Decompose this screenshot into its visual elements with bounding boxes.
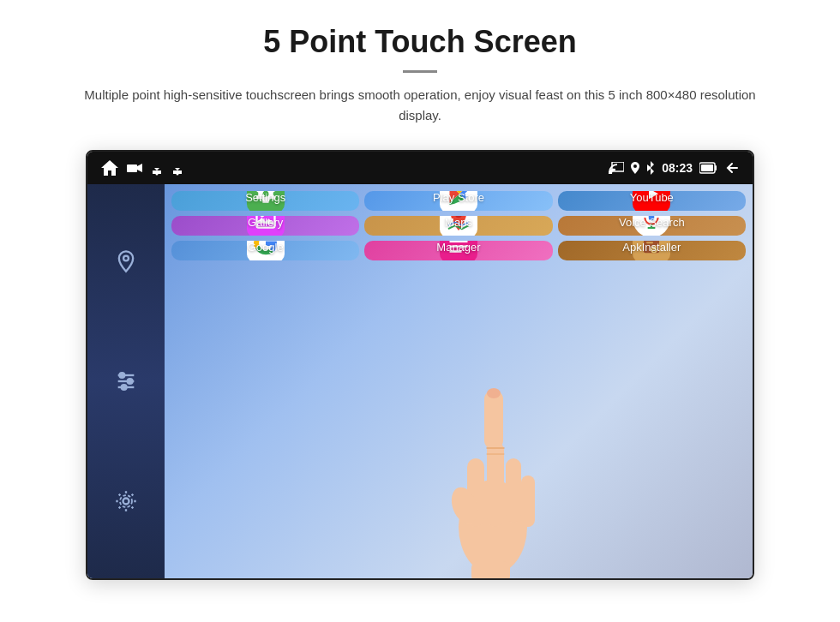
- page-subtitle: Multiple point high-sensitive touchscree…: [69, 85, 771, 126]
- svg-rect-30: [487, 441, 504, 527]
- svg-point-35: [447, 484, 482, 528]
- home-icon: [101, 160, 118, 176]
- svg-rect-32: [521, 475, 535, 527]
- app-grid: Settings Play St: [165, 184, 753, 267]
- google-label: Google: [248, 241, 284, 254]
- svg-point-13: [122, 385, 127, 390]
- usb-icon-1: [151, 160, 163, 176]
- svg-point-7: [123, 256, 129, 261]
- clock-time: 08:23: [662, 161, 693, 175]
- svg-rect-38: [471, 561, 510, 578]
- app-tile-voice-search[interactable]: Voice Search: [558, 216, 746, 236]
- svg-point-11: [119, 373, 124, 378]
- sidebar-item-sliders[interactable]: [109, 364, 143, 398]
- svg-point-1: [156, 173, 159, 176]
- app-tile-gallery[interactable]: Gallery: [171, 216, 359, 236]
- bluetooth-icon: [646, 161, 655, 175]
- youtube-label: YouTube: [630, 191, 674, 204]
- svg-point-15: [120, 495, 132, 507]
- app-tile-youtube[interactable]: YouTube: [558, 191, 746, 211]
- svg-rect-29: [467, 458, 484, 527]
- app-tile-manager[interactable]: Manager: [364, 241, 552, 260]
- svg-rect-0: [127, 164, 137, 172]
- back-icon[interactable]: [725, 161, 739, 175]
- location-icon-status: [631, 162, 639, 174]
- svg-point-34: [487, 388, 501, 398]
- app-grid-wrapper: Settings Play St: [165, 184, 753, 578]
- cast-icon: [609, 162, 624, 174]
- sidebar-item-location[interactable]: [109, 244, 143, 278]
- app-tile-settings[interactable]: Settings: [171, 191, 359, 211]
- settings-label: Settings: [245, 191, 285, 204]
- page-title: 5 Point Touch Screen: [69, 24, 771, 60]
- svg-rect-33: [484, 390, 503, 450]
- page-header: 5 Point Touch Screen Multiple point high…: [0, 0, 840, 141]
- playstore-label: Play Store: [433, 191, 484, 204]
- app-tile-maps[interactable]: Maps: [364, 216, 552, 236]
- svg-point-28: [459, 480, 527, 574]
- manager-label: Manager: [436, 241, 480, 254]
- app-tile-google[interactable]: Google: [171, 241, 359, 260]
- maps-label: Maps: [445, 216, 472, 229]
- svg-rect-6: [701, 164, 713, 171]
- svg-point-14: [123, 499, 129, 505]
- status-right-icons: 08:23: [609, 161, 739, 175]
- app-tile-apkinstaller[interactable]: ApkInstaller: [558, 241, 746, 260]
- gallery-label: Gallery: [248, 216, 283, 229]
- svg-point-12: [128, 379, 133, 384]
- sidebar-item-gear[interactable]: [109, 484, 143, 518]
- usb-icon-2: [171, 160, 183, 176]
- device-screen: 08:23: [86, 150, 754, 580]
- camera-icon: [127, 162, 142, 174]
- battery-icon: [699, 162, 718, 174]
- hand-overlay: [437, 373, 549, 578]
- app-tile-playstore[interactable]: Play Store: [364, 191, 552, 211]
- sidebar: [87, 184, 165, 578]
- title-divider: [403, 70, 437, 73]
- svg-rect-31: [506, 458, 521, 523]
- svg-point-2: [177, 173, 179, 176]
- screen-body: Settings Play St: [87, 184, 753, 578]
- status-bar: 08:23: [87, 152, 753, 184]
- status-left-icons: [101, 160, 183, 176]
- apkinstaller-label: ApkInstaller: [622, 241, 681, 254]
- voice-search-label: Voice Search: [619, 216, 685, 229]
